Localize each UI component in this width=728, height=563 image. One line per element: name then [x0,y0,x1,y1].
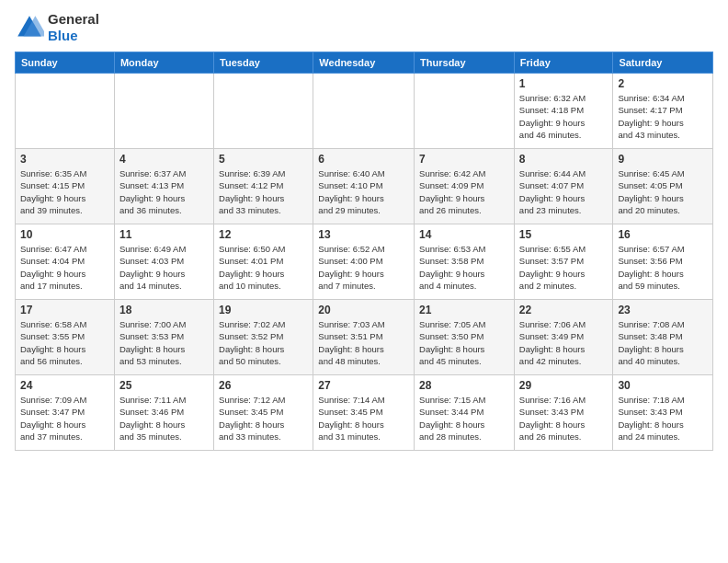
day-number: 11 [119,228,209,241]
calendar-cell: 29Sunrise: 7:16 AM Sunset: 3:43 PM Dayli… [514,375,613,451]
day-number: 25 [119,379,209,392]
calendar-table: SundayMondayTuesdayWednesdayThursdayFrid… [15,52,713,451]
day-info: Sunrise: 6:52 AM Sunset: 4:00 PM Dayligh… [318,243,409,292]
calendar-cell [16,74,115,149]
day-info: Sunrise: 6:39 AM Sunset: 4:12 PM Dayligh… [219,167,308,216]
day-number: 14 [419,228,509,241]
calendar-cell: 20Sunrise: 7:03 AM Sunset: 3:51 PM Dayli… [313,300,415,375]
calendar-cell: 30Sunrise: 7:18 AM Sunset: 3:43 PM Dayli… [613,375,713,451]
calendar-row-0: 1Sunrise: 6:32 AM Sunset: 4:18 PM Daylig… [16,74,713,149]
calendar-cell: 5Sunrise: 6:39 AM Sunset: 4:12 PM Daylig… [214,149,313,224]
day-number: 3 [20,153,109,166]
day-number: 5 [219,153,308,166]
day-info: Sunrise: 7:02 AM Sunset: 3:52 PM Dayligh… [219,318,308,367]
calendar-cell: 10Sunrise: 6:47 AM Sunset: 4:04 PM Dayli… [16,224,115,300]
day-number: 21 [419,304,509,316]
day-info: Sunrise: 6:44 AM Sunset: 4:07 PM Dayligh… [519,167,609,216]
calendar-cell: 8Sunrise: 6:44 AM Sunset: 4:07 PM Daylig… [514,149,613,224]
calendar-cell: 6Sunrise: 6:40 AM Sunset: 4:10 PM Daylig… [313,149,415,224]
calendar-cell: 16Sunrise: 6:57 AM Sunset: 3:56 PM Dayli… [613,224,713,300]
day-info: Sunrise: 7:00 AM Sunset: 3:53 PM Dayligh… [119,318,209,367]
day-number: 30 [618,379,708,392]
day-info: Sunrise: 7:18 AM Sunset: 3:43 PM Dayligh… [618,394,708,442]
calendar-cell: 1Sunrise: 6:32 AM Sunset: 4:18 PM Daylig… [514,74,613,149]
weekday-header-monday: Monday [114,52,213,74]
calendar-row-1: 3Sunrise: 6:35 AM Sunset: 4:15 PM Daylig… [16,149,713,224]
calendar-row-3: 17Sunrise: 6:58 AM Sunset: 3:55 PM Dayli… [16,300,713,375]
calendar-cell: 9Sunrise: 6:45 AM Sunset: 4:05 PM Daylig… [613,149,713,224]
calendar-cell [415,74,515,149]
day-number: 10 [20,228,109,241]
day-number: 9 [618,153,708,166]
calendar-cell: 13Sunrise: 6:52 AM Sunset: 4:00 PM Dayli… [313,224,415,300]
header: General Blue [15,11,713,44]
calendar-row-4: 24Sunrise: 7:09 AM Sunset: 3:47 PM Dayli… [16,375,713,451]
logo-blue-text: Blue [48,28,78,43]
day-info: Sunrise: 6:53 AM Sunset: 3:58 PM Dayligh… [419,243,509,292]
day-number: 19 [219,304,308,316]
weekday-header-row: SundayMondayTuesdayWednesdayThursdayFrid… [16,52,713,74]
day-info: Sunrise: 6:35 AM Sunset: 4:15 PM Dayligh… [20,167,109,216]
day-number: 1 [519,77,609,90]
day-info: Sunrise: 7:06 AM Sunset: 3:49 PM Dayligh… [519,318,609,367]
day-info: Sunrise: 6:32 AM Sunset: 4:18 PM Dayligh… [519,92,609,141]
calendar-cell: 26Sunrise: 7:12 AM Sunset: 3:45 PM Dayli… [214,375,313,451]
day-number: 7 [419,153,509,166]
calendar-cell: 28Sunrise: 7:15 AM Sunset: 3:44 PM Dayli… [415,375,515,451]
calendar-cell [313,74,415,149]
day-info: Sunrise: 7:15 AM Sunset: 3:44 PM Dayligh… [419,394,509,442]
weekday-header-tuesday: Tuesday [214,52,313,74]
day-number: 17 [20,304,109,316]
day-info: Sunrise: 6:47 AM Sunset: 4:04 PM Dayligh… [20,243,109,292]
day-number: 6 [318,153,409,166]
calendar-cell: 3Sunrise: 6:35 AM Sunset: 4:15 PM Daylig… [16,149,115,224]
calendar-cell [214,74,313,149]
calendar-cell: 7Sunrise: 6:42 AM Sunset: 4:09 PM Daylig… [415,149,515,224]
day-info: Sunrise: 6:40 AM Sunset: 4:10 PM Dayligh… [318,167,409,216]
day-number: 23 [618,304,708,316]
calendar-cell: 25Sunrise: 7:11 AM Sunset: 3:46 PM Dayli… [114,375,213,451]
calendar-cell: 2Sunrise: 6:34 AM Sunset: 4:17 PM Daylig… [613,74,713,149]
day-number: 22 [519,304,609,316]
page: General Blue SundayMondayTuesdayWednesda… [0,0,728,563]
calendar-cell: 17Sunrise: 6:58 AM Sunset: 3:55 PM Dayli… [16,300,115,375]
calendar-cell: 24Sunrise: 7:09 AM Sunset: 3:47 PM Dayli… [16,375,115,451]
calendar-cell: 22Sunrise: 7:06 AM Sunset: 3:49 PM Dayli… [514,300,613,375]
day-number: 2 [618,77,708,90]
calendar-cell: 4Sunrise: 6:37 AM Sunset: 4:13 PM Daylig… [114,149,213,224]
day-info: Sunrise: 6:34 AM Sunset: 4:17 PM Dayligh… [618,92,708,141]
calendar-cell: 23Sunrise: 7:08 AM Sunset: 3:48 PM Dayli… [613,300,713,375]
weekday-header-friday: Friday [514,52,613,74]
calendar-cell: 14Sunrise: 6:53 AM Sunset: 3:58 PM Dayli… [415,224,515,300]
day-number: 15 [519,228,609,241]
calendar-cell [114,74,213,149]
weekday-header-saturday: Saturday [613,52,713,74]
day-info: Sunrise: 6:45 AM Sunset: 4:05 PM Dayligh… [618,167,708,216]
calendar-cell: 19Sunrise: 7:02 AM Sunset: 3:52 PM Dayli… [214,300,313,375]
day-number: 13 [318,228,409,241]
calendar-cell: 18Sunrise: 7:00 AM Sunset: 3:53 PM Dayli… [114,300,213,375]
weekday-header-wednesday: Wednesday [313,52,415,74]
calendar-cell: 27Sunrise: 7:14 AM Sunset: 3:45 PM Dayli… [313,375,415,451]
day-number: 28 [419,379,509,392]
day-number: 26 [219,379,308,392]
calendar-cell: 11Sunrise: 6:49 AM Sunset: 4:03 PM Dayli… [114,224,213,300]
day-number: 24 [20,379,109,392]
calendar-cell: 12Sunrise: 6:50 AM Sunset: 4:01 PM Dayli… [214,224,313,300]
day-number: 16 [618,228,708,241]
day-number: 20 [318,304,409,316]
day-info: Sunrise: 7:16 AM Sunset: 3:43 PM Dayligh… [519,394,609,442]
day-number: 27 [318,379,409,392]
logo-text: General Blue [48,11,99,44]
day-number: 4 [119,153,209,166]
logo: General Blue [15,11,99,44]
day-info: Sunrise: 7:09 AM Sunset: 3:47 PM Dayligh… [20,394,109,442]
day-number: 8 [519,153,609,166]
day-info: Sunrise: 7:12 AM Sunset: 3:45 PM Dayligh… [219,394,308,442]
weekday-header-thursday: Thursday [415,52,515,74]
weekday-header-sunday: Sunday [16,52,115,74]
day-info: Sunrise: 6:57 AM Sunset: 3:56 PM Dayligh… [618,243,708,292]
day-info: Sunrise: 7:05 AM Sunset: 3:50 PM Dayligh… [419,318,509,367]
calendar-cell: 15Sunrise: 6:55 AM Sunset: 3:57 PM Dayli… [514,224,613,300]
day-info: Sunrise: 7:08 AM Sunset: 3:48 PM Dayligh… [618,318,708,367]
